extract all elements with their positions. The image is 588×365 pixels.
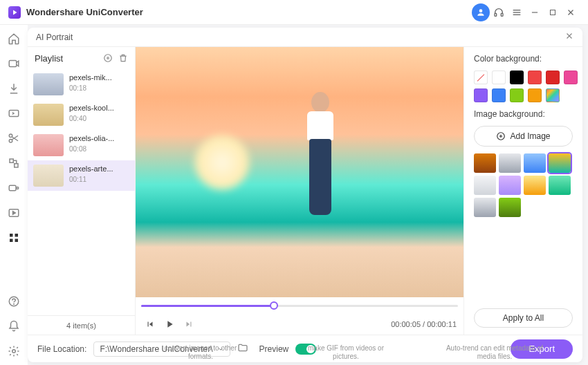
color-swatch[interactable] bbox=[528, 88, 542, 102]
svg-rect-20 bbox=[15, 234, 19, 237]
titlebar: Wondershare UniConverter bbox=[0, 0, 588, 25]
bg-image-thumb[interactable] bbox=[549, 176, 571, 195]
plus-icon bbox=[496, 131, 506, 141]
file-location-label: File Location: bbox=[37, 344, 86, 354]
color-swatch[interactable] bbox=[492, 71, 506, 84]
left-nav-rail bbox=[0, 25, 28, 365]
video-icon[interactable] bbox=[6, 55, 22, 72]
delete-item-icon[interactable] bbox=[118, 53, 128, 63]
image-bg-label: Image background: bbox=[474, 109, 573, 119]
bg-image-thumb[interactable] bbox=[474, 198, 496, 217]
item-duration: 00:11 bbox=[69, 176, 113, 183]
color-swatch-rainbow[interactable] bbox=[546, 88, 560, 102]
hidden-text-snippet: Auto-trend can edit metadata of media fi… bbox=[443, 344, 546, 361]
player-icon[interactable] bbox=[6, 205, 22, 221]
color-swatch[interactable] bbox=[474, 88, 488, 102]
playlist-item[interactable]: pexels-olia-...00:08 bbox=[28, 130, 135, 160]
bg-image-thumb[interactable] bbox=[549, 153, 571, 173]
bg-image-thumb[interactable] bbox=[524, 153, 546, 173]
svg-point-24 bbox=[14, 303, 15, 304]
bg-image-thumb[interactable] bbox=[499, 198, 521, 217]
notify-icon[interactable] bbox=[6, 318, 22, 335]
svg-rect-2 bbox=[501, 13, 503, 16]
playlist-header: Playlist bbox=[28, 47, 135, 69]
item-duration: 00:18 bbox=[69, 84, 112, 92]
bg-image-thumb[interactable] bbox=[474, 176, 496, 195]
color-bg-label: Color background: bbox=[474, 54, 573, 64]
menu-icon[interactable] bbox=[508, 3, 526, 21]
color-swatch[interactable] bbox=[546, 71, 560, 84]
item-name: pexels-olia-... bbox=[69, 134, 114, 142]
svg-rect-22 bbox=[15, 239, 19, 243]
seek-bar-row bbox=[136, 297, 463, 314]
cut-icon[interactable] bbox=[6, 130, 22, 147]
minimize-button[interactable] bbox=[526, 3, 544, 21]
playlist-item[interactable]: pexels-arte...00:11 bbox=[28, 160, 135, 191]
svg-rect-15 bbox=[15, 164, 18, 167]
background-panel: Color background: Image background: bbox=[463, 47, 582, 335]
next-button[interactable] bbox=[181, 317, 196, 332]
headset-icon[interactable] bbox=[490, 3, 508, 21]
play-button[interactable] bbox=[162, 317, 177, 332]
color-swatch[interactable] bbox=[510, 88, 524, 102]
playlist-item[interactable]: pexels-mik...00:18 bbox=[28, 69, 135, 100]
merge-icon[interactable] bbox=[6, 155, 22, 171]
svg-point-0 bbox=[479, 9, 483, 12]
add-item-icon[interactable] bbox=[103, 53, 113, 63]
bg-image-thumb[interactable] bbox=[524, 176, 546, 195]
item-name: pexels-kool... bbox=[69, 104, 114, 112]
preview-label: Preview bbox=[259, 344, 289, 354]
color-swatches bbox=[474, 71, 573, 102]
prev-button[interactable] bbox=[143, 317, 158, 332]
svg-point-25 bbox=[12, 350, 16, 353]
thumb-icon bbox=[33, 73, 64, 95]
color-swatch[interactable] bbox=[564, 71, 578, 84]
svg-rect-7 bbox=[551, 10, 555, 15]
playlist-count: 4 item(s) bbox=[28, 315, 135, 335]
toolbox-icon[interactable] bbox=[6, 230, 22, 246]
hidden-text-snippet: make GIF from videos or pictures. bbox=[304, 344, 387, 361]
compress-icon[interactable] bbox=[6, 105, 22, 122]
bg-image-thumb[interactable] bbox=[499, 153, 521, 173]
bg-image-thumb[interactable] bbox=[474, 153, 496, 173]
modal-header: AI Portrait bbox=[28, 28, 582, 47]
svg-rect-21 bbox=[10, 239, 13, 243]
thumb-icon bbox=[33, 134, 64, 156]
playlist-item[interactable]: pexels-kool...00:40 bbox=[28, 100, 135, 130]
bg-image-thumb[interactable] bbox=[499, 176, 521, 195]
sun-graphic bbox=[194, 135, 250, 190]
preview-column: 00:00:05 / 00:00:11 bbox=[136, 47, 463, 335]
svg-rect-1 bbox=[495, 13, 497, 16]
svg-rect-10 bbox=[9, 61, 17, 67]
person-graphic bbox=[296, 92, 344, 244]
item-duration: 00:08 bbox=[69, 145, 114, 153]
settings-icon[interactable] bbox=[6, 343, 22, 359]
svg-rect-19 bbox=[10, 234, 13, 237]
add-image-button[interactable]: Add Image bbox=[474, 126, 573, 147]
color-swatch[interactable] bbox=[492, 88, 506, 102]
maximize-button[interactable] bbox=[544, 3, 562, 21]
help-icon[interactable] bbox=[6, 293, 22, 310]
user-icon[interactable] bbox=[472, 3, 490, 21]
svg-rect-14 bbox=[10, 159, 13, 162]
color-swatch[interactable] bbox=[510, 71, 524, 84]
preview-canvas bbox=[136, 47, 463, 297]
item-duration: 00:40 bbox=[69, 115, 114, 122]
download-icon[interactable] bbox=[6, 80, 22, 97]
close-icon[interactable] bbox=[564, 31, 574, 43]
item-name: pexels-mik... bbox=[69, 73, 112, 82]
record-icon[interactable] bbox=[6, 180, 22, 196]
app-logo bbox=[8, 6, 21, 19]
apply-all-button[interactable]: Apply to All bbox=[474, 308, 573, 328]
svg-rect-16 bbox=[9, 185, 16, 191]
color-swatch-none[interactable] bbox=[474, 71, 488, 84]
playlist-items: pexels-mik...00:18 pexels-kool...00:40 p… bbox=[28, 69, 135, 315]
add-image-label: Add Image bbox=[510, 131, 550, 141]
close-button[interactable] bbox=[562, 3, 580, 21]
timecode: 00:00:05 / 00:00:11 bbox=[391, 320, 457, 328]
playlist-panel: Playlist pexels-mik...00:18 pexels-kool.… bbox=[28, 47, 136, 335]
home-icon[interactable] bbox=[6, 30, 22, 47]
modal-title: AI Portrait bbox=[36, 32, 73, 42]
seek-slider[interactable] bbox=[141, 305, 458, 307]
color-swatch[interactable] bbox=[528, 71, 542, 84]
